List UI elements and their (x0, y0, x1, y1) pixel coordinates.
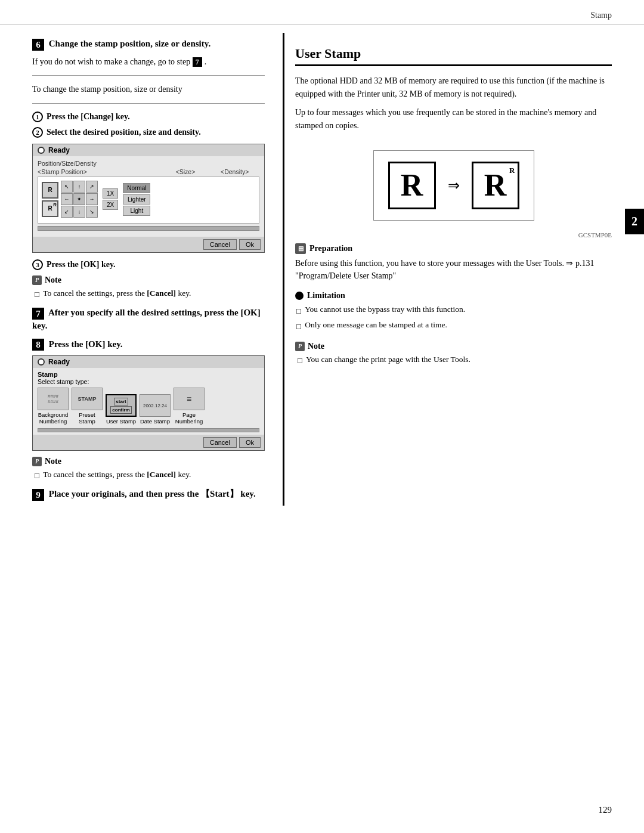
right-body-2: Up to four messages which you use freque… (295, 106, 612, 132)
arrow-upleft[interactable]: ↖ (61, 181, 73, 193)
limitation-box: Limitation □ You cannot use the bypass t… (295, 291, 612, 333)
density-light-btn[interactable]: Light (123, 206, 150, 216)
size-2x-btn[interactable]: 2X (103, 200, 118, 210)
main-content: 6 Change the stamp position, size or den… (0, 24, 644, 506)
note-section-1: P Note □ To cancel the settings, press t… (32, 275, 265, 301)
ui-titlebar-2: Ready (33, 356, 264, 368)
r-stamp-sup: R (53, 202, 57, 208)
preparation-body: Before using this function, you have to … (295, 257, 612, 283)
arrow-right[interactable]: → (86, 193, 98, 205)
note-icon-right: P (295, 342, 305, 351)
arrow-downleft[interactable]: ↙ (61, 206, 73, 218)
cancel-btn-2[interactable]: Cancel (203, 437, 237, 448)
stamp-option-preset[interactable]: STAMP PresetStamp (72, 388, 103, 425)
stamp-option-page-label: PageNumbering (175, 411, 203, 425)
ui-label-size: <Size> (161, 168, 210, 175)
stamp-option-preset-box: STAMP (72, 388, 103, 410)
stamp-option-user[interactable]: start confirm User Stamp (106, 394, 137, 425)
limitation-item-1: □ You cannot use the bypass tray with th… (295, 304, 612, 317)
ok-btn-2[interactable]: Ok (239, 437, 261, 448)
stamp-illustration-wrapper: R ⇒ R R (295, 142, 612, 229)
stamp-option-user-box: start confirm (106, 394, 137, 417)
step-6-body: If you do not wish to make a change, go … (32, 55, 265, 69)
substep-1-text: Press the [Change] key. (47, 111, 130, 123)
ui-ready-label-2: Ready (48, 358, 70, 366)
limitation-icon (295, 292, 304, 300)
arrow-downright[interactable]: ↘ (86, 206, 98, 218)
r-superscript: R (509, 166, 515, 175)
ui-footer-2: Cancel Ok (33, 435, 264, 450)
step-6-heading: 6 Change the stamp position, size or den… (32, 38, 265, 51)
page-footer: 129 (599, 805, 612, 815)
chapter-marker: 2 (625, 209, 644, 234)
step-7-badge: 7 (32, 308, 44, 320)
psd-container: R R R ↖ ↑ ↗ ← ✦ (38, 176, 259, 224)
note-item-1-1: □ To cancel the settings, press the [Can… (32, 287, 265, 301)
limit-bullet-1: □ (296, 305, 301, 317)
limitation-item-2: □ Only one message can be stamped at a t… (295, 319, 612, 333)
ui-label-density: <Density> (210, 168, 259, 175)
limitation-title: Limitation (295, 291, 612, 301)
arrow-left[interactable]: ← (61, 193, 73, 205)
progress-bar (38, 226, 259, 231)
divider-2 (32, 103, 265, 104)
limit-bullet-2: □ (296, 321, 301, 333)
r-stamp-left: R (388, 162, 436, 209)
r-stamp-top: R (42, 182, 58, 199)
preparation-icon: ▤ (295, 243, 306, 254)
step-9-badge: 9 (32, 489, 44, 501)
left-column: 6 Change the stamp position, size or den… (32, 24, 283, 506)
ui-label-psd: Position/Size/Density (38, 160, 259, 167)
density-lighter-btn[interactable]: Lighter (123, 194, 150, 205)
preparation-box: ▤ Preparation Before using this function… (295, 243, 612, 283)
step-ref-7: 7 (193, 57, 202, 67)
ui-label-row-1: Position/Size/Density (38, 160, 259, 167)
ui-sublabel-row-1: <Stamp Position> <Size> <Density> (38, 168, 259, 175)
density-normal-btn[interactable]: Normal (123, 183, 150, 193)
r-stamp-right: R R (472, 162, 519, 209)
illus-caption: GCSTMP0E (295, 231, 612, 239)
ui-stamp-label: Stamp (38, 371, 259, 378)
note-item-right-1: □ You can change the print page with the… (295, 354, 612, 367)
ui-screenshot-1: Ready Position/Size/Density <Stamp Posit… (32, 144, 265, 253)
progress-bar-2 (38, 428, 259, 432)
step-7-heading: 7 After you specify all the desired sett… (32, 306, 265, 332)
size-1x-btn[interactable]: 1X (103, 188, 118, 199)
substep-1-num: 1 (32, 112, 43, 122)
stamp-option-date-box: 2002.12.24 (140, 394, 171, 417)
stamp-option-page[interactable]: ≡ PageNumbering (174, 388, 205, 425)
stamp-option-bg[interactable]: #### #### BackgroundNumbering (38, 388, 69, 425)
r-stamp-bottom: R R (42, 200, 58, 217)
substep-2-num: 2 (32, 127, 43, 138)
substep-3-num: 3 (32, 259, 43, 270)
stamp-illustration: R ⇒ R R (373, 150, 534, 221)
stamp-option-bg-box: #### #### (38, 388, 69, 410)
note-title-1: P Note (32, 275, 265, 285)
step-8-heading: 8 Press the [OK] key. (32, 338, 265, 351)
arrow-center[interactable]: ✦ (73, 193, 85, 205)
cancel-btn-1[interactable]: Cancel (203, 239, 237, 250)
divider-1 (32, 75, 265, 76)
note-bullet-2: □ (35, 470, 39, 482)
page-number: 129 (599, 805, 612, 815)
ui-screenshot-2: Ready Stamp Select stamp type: #### ####… (32, 355, 265, 451)
ui-body-2: Stamp Select stamp type: #### #### Backg… (33, 368, 264, 435)
stamp-option-date[interactable]: 2002.12.24 Date Stamp (140, 394, 171, 425)
arrow-right-illus: ⇒ (448, 177, 460, 194)
arrow-grid[interactable]: ↖ ↑ ↗ ← ✦ → ↙ ↓ ↘ (61, 181, 98, 218)
note-bullet-1: □ (35, 289, 39, 301)
arrow-up[interactable]: ↑ (73, 181, 85, 193)
arrow-down[interactable]: ↓ (73, 206, 85, 218)
note-bullet-right: □ (298, 355, 302, 367)
substep-3: 3 Press the [OK] key. (32, 259, 265, 271)
step-9-heading: 9 Place your originals, and then press t… (32, 488, 265, 501)
section-title: User Stamp (295, 46, 612, 66)
ok-btn-1[interactable]: Ok (239, 239, 261, 250)
arrow-upright[interactable]: ↗ (86, 181, 98, 193)
substep-2-text: Select the desired position, size and de… (47, 126, 201, 138)
stamp-option-user-label: User Stamp (106, 418, 136, 425)
right-body-1: The optional HDD and 32 MB of memory are… (295, 75, 612, 100)
step-6-badge: 6 (32, 39, 44, 51)
psd-row-top: R R R ↖ ↑ ↗ ← ✦ (42, 181, 255, 218)
ui-body-1: Position/Size/Density <Stamp Position> <… (33, 156, 264, 237)
